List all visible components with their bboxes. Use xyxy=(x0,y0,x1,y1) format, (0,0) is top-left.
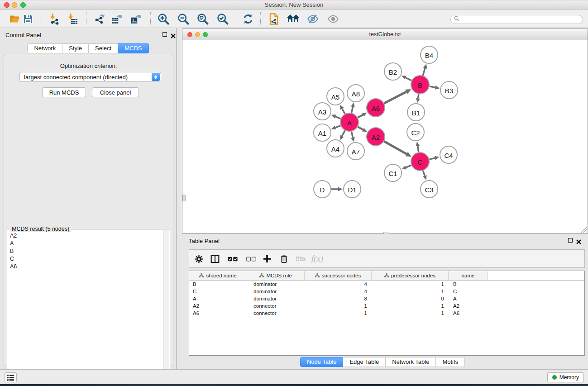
import-network-icon[interactable] xyxy=(47,12,62,26)
network-window-titlebar[interactable]: testGlobe.txt xyxy=(182,29,588,40)
table-cell[interactable]: A xyxy=(189,296,247,301)
table-row[interactable]: Bdominator41B xyxy=(189,281,584,288)
export-table-icon[interactable] xyxy=(110,12,124,26)
table-tab-node-table[interactable]: Node Table xyxy=(300,357,344,367)
graph-edge[interactable] xyxy=(384,92,406,104)
show-graphics-icon[interactable] xyxy=(326,12,340,26)
graph-edge[interactable] xyxy=(358,114,363,117)
table-cell[interactable]: 4 xyxy=(305,289,372,294)
table-float-panel-icon[interactable] xyxy=(568,238,573,243)
tab-network[interactable]: Network xyxy=(27,43,62,53)
home-icon[interactable] xyxy=(286,12,301,26)
graph-edge[interactable] xyxy=(429,158,435,159)
node-table-header[interactable]: shared nameMCDS rolesuccessor nodesprede… xyxy=(189,271,584,281)
table-row[interactable]: Adominator80A xyxy=(189,295,584,302)
table-cell[interactable]: A2 xyxy=(189,303,247,309)
table-cell[interactable]: 1 xyxy=(372,289,449,294)
graph-edge[interactable] xyxy=(384,141,406,154)
table-cell[interactable]: 1 xyxy=(305,310,372,316)
graph-edge[interactable] xyxy=(430,86,435,87)
column-header-name[interactable]: name xyxy=(449,271,488,280)
close-panel-icon[interactable] xyxy=(171,32,176,37)
graph-edge[interactable] xyxy=(342,131,345,136)
float-panel-icon[interactable] xyxy=(163,32,167,37)
import-table-icon[interactable] xyxy=(65,12,80,26)
graph-edge[interactable] xyxy=(351,107,353,113)
task-history-button[interactable] xyxy=(5,372,17,382)
zoom-in-icon[interactable] xyxy=(156,12,171,26)
run-mcds-button[interactable]: Run MCDS xyxy=(42,87,86,97)
table-cell[interactable]: B xyxy=(449,281,488,287)
node-table[interactable]: shared nameMCDS rolesuccessor nodesprede… xyxy=(189,271,585,356)
table-cell[interactable]: dominator xyxy=(247,281,305,287)
deselect-all-icon[interactable] xyxy=(244,253,258,265)
result-item[interactable]: A6 xyxy=(10,263,163,271)
mcds-result-list[interactable]: A2ABCA6 xyxy=(7,232,163,386)
table-cell[interactable]: A xyxy=(449,296,488,301)
window-resize-grip[interactable] xyxy=(581,227,587,233)
tab-mcds[interactable]: MCDS xyxy=(118,43,148,53)
graph-edge[interactable] xyxy=(358,127,363,129)
open-session-file-icon[interactable] xyxy=(267,12,281,26)
split-handle-left[interactable] xyxy=(182,195,186,201)
table-tab-motifs[interactable]: Motifs xyxy=(436,357,465,367)
memory-button[interactable]: Memory xyxy=(547,372,584,382)
table-cell[interactable]: connector xyxy=(247,303,305,309)
table-tab-edge-table[interactable]: Edge Table xyxy=(343,357,386,367)
result-item[interactable]: C xyxy=(10,255,163,263)
graph-edge[interactable] xyxy=(342,109,345,114)
graph-edge[interactable] xyxy=(423,171,425,176)
result-item[interactable]: A2 xyxy=(10,232,163,240)
export-network-icon[interactable] xyxy=(92,12,107,26)
graph-edge[interactable] xyxy=(418,94,419,99)
column-header-predecessor-nodes[interactable]: predecessor nodes xyxy=(372,271,449,280)
result-item[interactable]: B xyxy=(10,248,163,255)
graph-edge[interactable] xyxy=(406,77,411,80)
criterion-select[interactable]: largest connected component (directed) xyxy=(19,72,161,82)
table-cell[interactable]: 4 xyxy=(305,281,372,287)
table-tab-network-table[interactable]: Network Table xyxy=(386,357,436,367)
tab-select[interactable]: Select xyxy=(89,43,118,53)
graph-edge[interactable] xyxy=(335,126,340,128)
table-cell[interactable]: 1 xyxy=(305,303,372,309)
graph-edge[interactable] xyxy=(423,68,425,76)
table-cell[interactable]: 1 xyxy=(372,310,449,316)
graph-edge[interactable] xyxy=(351,132,353,138)
table-cell[interactable]: A2 xyxy=(449,303,488,309)
table-cell[interactable]: A6 xyxy=(449,310,488,316)
graph-edge[interactable] xyxy=(418,146,419,152)
show-columns-icon[interactable] xyxy=(208,253,222,265)
table-options-gear-icon[interactable] xyxy=(192,253,206,265)
close-panel-button[interactable]: Close panel xyxy=(92,87,139,97)
zoom-out-icon[interactable] xyxy=(176,12,191,26)
result-scrollbar[interactable] xyxy=(163,230,169,386)
column-header-shared-name[interactable]: shared name xyxy=(189,271,247,280)
result-item[interactable]: A xyxy=(10,240,163,248)
graph-edge[interactable] xyxy=(406,165,411,167)
search-input[interactable] xyxy=(460,16,583,23)
graph-edge[interactable] xyxy=(335,117,341,119)
delete-column-icon[interactable] xyxy=(277,253,291,265)
select-all-icon[interactable] xyxy=(226,253,239,265)
create-column-icon[interactable] xyxy=(260,253,274,265)
save-session-icon[interactable] xyxy=(21,12,35,26)
table-row[interactable]: Cdominator41C xyxy=(189,288,584,295)
tab-style[interactable]: Style xyxy=(62,43,89,53)
table-cell[interactable]: 0 xyxy=(372,296,449,301)
table-cell[interactable]: dominator xyxy=(247,289,305,294)
table-cell[interactable]: C xyxy=(189,289,247,294)
table-row[interactable]: A2connector11A2 xyxy=(189,302,584,310)
open-session-icon[interactable] xyxy=(7,12,22,26)
zoom-fit-icon[interactable] xyxy=(196,12,210,26)
column-header-MCDS-role[interactable]: MCDS role xyxy=(247,271,305,280)
refresh-icon[interactable] xyxy=(241,12,255,26)
table-close-panel-icon[interactable] xyxy=(576,238,581,243)
table-cell[interactable]: 1 xyxy=(372,281,449,287)
hide-graphics-icon[interactable] xyxy=(306,12,320,26)
zoom-selected-icon[interactable] xyxy=(215,12,230,26)
table-row[interactable]: A6connector11A6 xyxy=(189,310,584,317)
table-cell[interactable]: C xyxy=(449,289,488,294)
network-canvas[interactable]: B4B2BB3A8A5A6A3B1AA1C2A2A4A7C4CC1DD1C3 xyxy=(182,40,588,233)
table-cell[interactable]: dominator xyxy=(247,296,305,301)
table-cell[interactable]: B xyxy=(189,281,247,287)
